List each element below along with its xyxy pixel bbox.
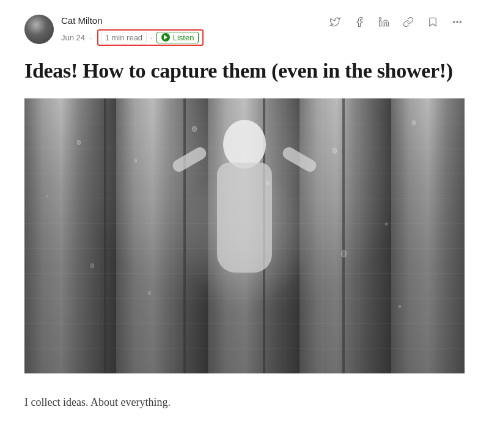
author-name[interactable]: Cat Milton — [61, 15, 204, 27]
badge-dot: · — [150, 33, 153, 42]
play-icon — [161, 33, 170, 42]
publish-date: Jun 24 — [61, 33, 85, 42]
linkedin-icon[interactable] — [377, 15, 391, 29]
link-icon[interactable] — [401, 15, 416, 29]
author-meta: Jun 24 · 1 min read · Listen — [61, 29, 204, 46]
author-left: Cat Milton Jun 24 · 1 min read · Listen — [24, 15, 204, 46]
listen-label: Listen — [173, 33, 194, 42]
facebook-icon[interactable] — [352, 15, 367, 29]
more-icon[interactable] — [450, 15, 465, 29]
svg-point-2 — [457, 21, 458, 23]
avatar[interactable] — [24, 15, 54, 44]
svg-point-1 — [454, 21, 455, 23]
bookmark-icon[interactable] — [425, 15, 440, 29]
water-droplets — [24, 98, 465, 373]
listen-button[interactable]: Listen — [156, 32, 199, 43]
article-page: Cat Milton Jun 24 · 1 min read · Listen — [0, 0, 489, 431]
author-info: Cat Milton Jun 24 · 1 min read · Listen — [61, 15, 204, 46]
author-header: Cat Milton Jun 24 · 1 min read · Listen — [24, 15, 465, 46]
svg-point-3 — [460, 21, 461, 23]
article-body: I collect ideas. About everything. — [24, 393, 465, 431]
read-listen-badge-group: 1 min read · Listen — [97, 29, 204, 46]
svg-point-0 — [380, 18, 381, 20]
article-image — [24, 98, 465, 373]
article-first-paragraph: I collect ideas. About everything. — [24, 393, 465, 412]
dot-separator: · — [90, 33, 92, 42]
article-title: Ideas! How to capture them (even in the … — [24, 58, 465, 84]
twitter-icon[interactable] — [328, 15, 342, 29]
read-time-text: 1 min read — [105, 33, 142, 42]
header-actions — [328, 15, 465, 29]
read-time-badge: 1 min read — [101, 32, 147, 43]
